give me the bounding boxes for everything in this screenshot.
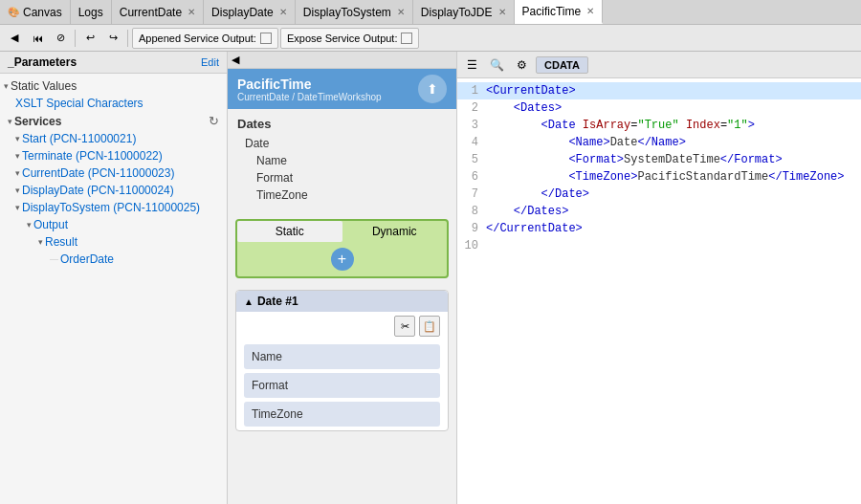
add-button[interactable]: +: [331, 248, 354, 271]
refresh-icon[interactable]: ↻: [209, 114, 219, 128]
collapse-arrow[interactable]: ◀: [232, 54, 239, 66]
expose-checkbox[interactable]: [401, 33, 412, 44]
code-line-5: 5 <Format>SystemDateTime</Format>: [457, 151, 861, 168]
currentdate-arrow: ▾: [15, 168, 20, 178]
toolbar-sep2: [127, 30, 128, 47]
nav-stop-btn[interactable]: ⊘: [50, 28, 71, 49]
code-content[interactable]: 1 <CurrentDate> 2 <Dates> 3 <Date IsArra…: [457, 78, 861, 504]
date-copy-btn[interactable]: 📋: [419, 316, 440, 337]
tab-displaytojde-label: DisplayToJDE: [421, 6, 493, 19]
date-header: ▲ Date #1: [236, 291, 448, 312]
tree-terminate[interactable]: ▾ Terminate (PCN-11000022): [0, 147, 227, 164]
date-name-label: Name: [252, 350, 282, 363]
tree-displaytosystem[interactable]: ▾ DisplayToSystem (PCN-11000025): [0, 199, 227, 216]
canvas-name-label: Name: [256, 154, 287, 167]
tab-displaydate-close[interactable]: ✕: [279, 7, 287, 17]
tree-result[interactable]: ▾ Result: [0, 233, 227, 251]
code-panel: ☰ 🔍 ⚙ CDATA 1 <CurrentDate> 2 <Dates> 3 …: [457, 52, 861, 504]
date-format-field: Format: [244, 373, 440, 398]
tab-logs-label: Logs: [78, 6, 103, 19]
tab-displaytosystem-label: DisplayToSystem: [303, 6, 391, 19]
date-format-label: Format: [252, 379, 288, 392]
tree-xslt[interactable]: XSLT Special Characters: [0, 95, 227, 112]
canvas-timezone-label: TimeZone: [256, 188, 308, 202]
tab-pacifictime-close[interactable]: ✕: [586, 6, 594, 16]
tab-pacifictime[interactable]: PacificTime ✕: [515, 0, 604, 24]
static-values-arrow: ▾: [4, 81, 9, 91]
tab-displaydate-label: DisplayDate: [211, 6, 274, 19]
tab-logs[interactable]: Logs: [71, 0, 112, 24]
tree-start[interactable]: ▾ Start (PCN-11000021): [0, 130, 227, 147]
tab-displaytojde[interactable]: DisplayToJDE ✕: [413, 0, 515, 24]
code-menu-btn[interactable]: ☰: [461, 55, 482, 76]
append-checkbox[interactable]: [260, 33, 272, 44]
canvas-title: PacificTime: [237, 77, 382, 92]
tab-displaytosystem-close[interactable]: ✕: [397, 7, 405, 17]
expose-service-label: Expose Service Output:: [287, 33, 398, 44]
tab-currentdate-close[interactable]: ✕: [188, 7, 195, 17]
tab-bar: 🎨 Canvas Logs CurrentDate ✕ DisplayDate …: [0, 0, 861, 25]
main-toolbar: ◀ ⏮ ⊘ ↩ ↪ Appened Service Output: Expose…: [0, 25, 861, 52]
date-collapse-arrow[interactable]: ▲: [244, 296, 254, 307]
canvas-subtitle: CurrentDate / DateTimeWorkshop: [237, 92, 382, 102]
tree-orderdate[interactable]: — OrderDate: [0, 251, 227, 268]
tab-displaydate[interactable]: DisplayDate ✕: [204, 0, 296, 24]
dynamic-tab[interactable]: Dynamic: [342, 221, 448, 242]
canvas-timezone-item: TimeZone: [237, 186, 447, 204]
append-service-label: Appened Service Output:: [139, 33, 256, 44]
tree-section: ▾ Static Values XSLT Special Characters …: [0, 74, 227, 272]
toggle-tabs: Static Dynamic: [237, 221, 447, 242]
tab-displaytojde-close[interactable]: ✕: [498, 7, 506, 17]
canvas-date-label: Date: [245, 137, 269, 150]
canvas-format-label: Format: [256, 171, 293, 185]
edit-button[interactable]: Edit: [201, 56, 219, 68]
terminate-arrow: ▾: [15, 151, 20, 161]
toggle-container: Static Dynamic +: [235, 219, 449, 278]
tab-currentdate[interactable]: CurrentDate ✕: [112, 0, 204, 24]
tree-static-values[interactable]: ▾ Static Values: [0, 77, 227, 95]
code-settings-btn[interactable]: ⚙: [511, 55, 532, 76]
redo-btn[interactable]: ↪: [102, 28, 123, 49]
xslt-label: XSLT Special Characters: [15, 97, 144, 110]
displaytosystem-arrow: ▾: [15, 203, 20, 212]
code-toolbar: ☰ 🔍 ⚙ CDATA: [457, 52, 861, 78]
services-label: Services: [14, 115, 61, 128]
tab-pacifictime-label: PacificTime: [522, 5, 582, 18]
dynamic-tab-label: Dynamic: [372, 225, 417, 238]
tree-output[interactable]: ▾ Output: [0, 216, 227, 233]
orderdate-arrow: —: [50, 254, 58, 264]
displaytosystem-label: DisplayToSystem (PCN-11000025): [22, 201, 200, 214]
undo-btn[interactable]: ↩: [79, 28, 100, 49]
displaydate-arrow: ▾: [15, 186, 20, 195]
code-line-8: 8 </Dates>: [457, 203, 861, 220]
append-service-btn[interactable]: Appened Service Output:: [132, 28, 278, 49]
expose-service-btn[interactable]: Expose Service Output:: [280, 28, 420, 49]
code-search-btn[interactable]: 🔍: [486, 55, 507, 76]
code-line-2: 2 <Dates>: [457, 99, 861, 117]
left-panel: _Parameters Edit ▾ Static Values XSLT Sp…: [0, 52, 228, 504]
canvas-header-info: PacificTime CurrentDate / DateTimeWorksh…: [237, 77, 382, 102]
date-scissors-btn[interactable]: ✂: [394, 316, 415, 337]
currentdate-label: CurrentDate (PCN-11000023): [22, 166, 174, 180]
static-tab[interactable]: Static: [237, 221, 342, 242]
canvas-header-icon: ⬆: [418, 75, 447, 103]
date-name-field: Name: [244, 344, 440, 369]
dates-section-title: Dates: [237, 117, 447, 131]
orderdate-label: OrderDate: [60, 252, 114, 266]
tree-services[interactable]: ▾ Services: [8, 115, 61, 128]
tree-displaydate[interactable]: ▾ DisplayDate (PCN-11000024): [0, 182, 227, 199]
canvas-format-item: Format: [237, 169, 447, 186]
services-arrow: ▾: [8, 117, 12, 126]
toggle-add: +: [237, 242, 447, 276]
result-label: Result: [45, 235, 77, 249]
code-line-4: 4 <Name>Date</Name>: [457, 134, 861, 151]
tab-canvas[interactable]: 🎨 Canvas: [0, 0, 71, 24]
code-line-3: 3 <Date IsArray="True" Index="1">: [457, 117, 861, 134]
tab-canvas-label: Canvas: [23, 6, 62, 19]
canvas-tab-icon: 🎨: [8, 7, 19, 17]
nav-first-btn[interactable]: ⏮: [27, 28, 48, 49]
nav-back-btn[interactable]: ◀: [4, 28, 25, 49]
tree-currentdate[interactable]: ▾ CurrentDate (PCN-11000023): [0, 164, 227, 182]
tab-displaytosystem[interactable]: DisplayToSystem ✕: [296, 0, 413, 24]
date-section: ▲ Date #1 ✂ 📋 Name Format TimeZone: [235, 290, 449, 431]
